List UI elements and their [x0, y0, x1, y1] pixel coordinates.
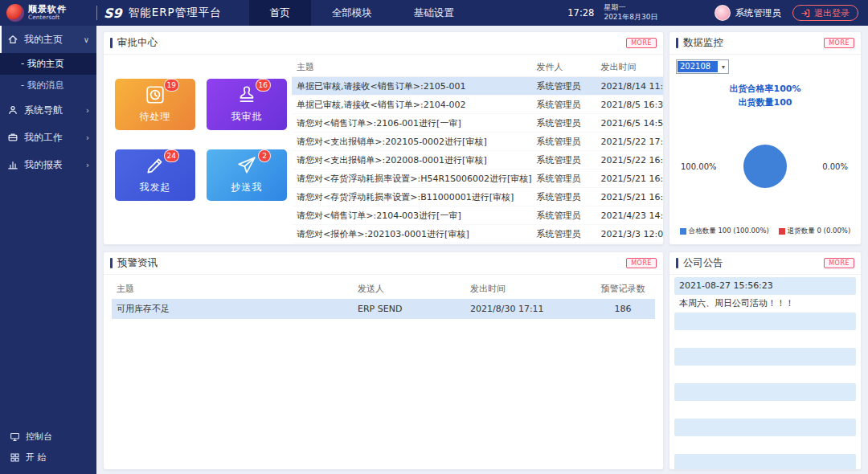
cell-time: 2021/8/30 17:11: [470, 304, 591, 314]
cell-subject: 请您对<销售订单>:2106-001进行[一审]: [292, 117, 537, 129]
nav-tab[interactable]: 全部模块: [311, 0, 393, 26]
cell-time: 2021/5/21 16:13: [601, 174, 664, 184]
more-button[interactable]: MORE: [626, 38, 657, 48]
legend-label: 退货数量 0 (0.00%): [788, 227, 850, 236]
cell-sender: 系统管理员: [537, 99, 601, 111]
tile-cc-to-me[interactable]: 2 抄送我: [207, 149, 287, 201]
nav-tab[interactable]: 基础设置: [393, 0, 475, 26]
date: 2021年8月30日: [604, 13, 657, 22]
tile-label: 我审批: [207, 110, 287, 124]
col-time: 发出时间: [601, 61, 664, 73]
cell-subject: 单据已审核,请接收<销售订单>:2104-002: [292, 99, 537, 111]
cell-sender: 系统管理员: [537, 136, 601, 148]
logout-button[interactable]: 退出登录: [792, 5, 858, 21]
user-avatar[interactable]: [714, 5, 731, 21]
nav-tab[interactable]: 首页: [249, 0, 311, 26]
table-row[interactable]: 可用库存不足 ERP SEND 2021/8/30 17:11 186: [112, 299, 655, 319]
cell-subject: 请您对<销售订单>:2104-003进行[一审]: [292, 210, 537, 222]
cell-time: 2021/8/5 16:38: [601, 100, 664, 110]
logo-subname: Centersoft: [28, 14, 67, 21]
announcement-row[interactable]: [674, 313, 856, 330]
cell-sender: ERP SEND: [358, 304, 470, 314]
col-sender: 发送人: [358, 283, 470, 295]
tile-pending[interactable]: 19 待处理: [115, 79, 195, 130]
product-badge: S9: [104, 6, 122, 21]
announcement-row[interactable]: [674, 454, 856, 470]
approval-tiles: 19 待处理 16 我审批: [104, 55, 287, 245]
period-value: 202108: [678, 61, 718, 72]
table-row[interactable]: 请您对<存货浮动耗损率设置>:B11000001进行[审核] 系统管理员 202…: [292, 188, 664, 206]
announcement-row[interactable]: [674, 348, 856, 366]
announcement-row[interactable]: [674, 330, 856, 348]
sidebar-item-label: 我的主页: [24, 33, 63, 47]
sidebar-subitem[interactable]: - 我的主页: [0, 53, 96, 75]
period-select[interactable]: 202108 ▾: [676, 59, 729, 74]
table-row[interactable]: 请您对<销售订单>:2106-001进行[一审] 系统管理员 2021/6/5 …: [292, 114, 664, 133]
stat-shipment-count: 出货数量100: [676, 96, 854, 109]
warning-table-header: 主题 发送人 发出时间 预警记录数: [112, 278, 655, 299]
cell-sender: 系统管理员: [537, 154, 601, 166]
divider: [96, 6, 97, 20]
tile-initiated-by-me[interactable]: 24 我发起: [115, 149, 195, 201]
user-icon: [7, 104, 18, 116]
chevron-right-icon: ›: [86, 133, 89, 142]
cell-time: 2021/5/22 16:39: [601, 155, 664, 165]
sidebar-bottom: 控制台 开 始: [0, 426, 96, 468]
sidebar-subitem[interactable]: - 我的消息: [0, 75, 96, 96]
sidebar-item-my-work[interactable]: 我的工作 ›: [0, 124, 96, 151]
sidebar-item-my-home[interactable]: 我的主页 ∨: [0, 26, 96, 53]
more-button[interactable]: MORE: [824, 38, 854, 48]
bar-chart-icon: [7, 159, 18, 170]
sidebar-submenu: - 我的主页 - 我的消息: [0, 53, 96, 96]
start-button[interactable]: 开 始: [0, 447, 96, 468]
console-button[interactable]: 控制台: [0, 426, 96, 447]
legend-pass: 合格数量 100 (100.00%): [680, 227, 769, 236]
sidebar-item-my-reports[interactable]: 我的报表 ›: [0, 151, 96, 178]
logout-label: 退出登录: [814, 7, 850, 19]
table-row[interactable]: 请您对<存货浮动耗损率设置>:H54R1S006002进行[审核] 系统管理员 …: [292, 170, 664, 188]
table-row[interactable]: 请您对<销售订单>:2104-003进行[一审] 系统管理员 2021/4/23…: [292, 206, 664, 225]
approval-center-panel: 审批中心 MORE 19 待处理: [103, 31, 664, 245]
announcement-row[interactable]: [674, 419, 856, 436]
table-row[interactable]: 请您对<支出报销单>:202105-0002进行[审核] 系统管理员 2021/…: [292, 133, 664, 151]
col-subject: 主题: [292, 61, 537, 73]
chart-legend: 合格数量 100 (100.00%) 退货数量 0 (0.00%): [676, 227, 854, 236]
clock-icon: [145, 84, 166, 105]
announcement-row[interactable]: [674, 401, 856, 419]
chevron-right-icon: ›: [86, 106, 89, 115]
tile-label: 待处理: [115, 110, 195, 124]
cell-subject: 请您对<支出报销单>:202008-0001进行[审核]: [292, 154, 537, 166]
sidebar-item-label: 我的工作: [24, 131, 63, 145]
announcement-row[interactable]: 本周六、周日公司活动！！！: [674, 295, 856, 313]
tile-label: 我发起: [115, 181, 195, 194]
announcements-panel: 公司公告 MORE 2021-08-27 15:56:23 本周六、周日公司活动…: [669, 251, 862, 470]
warning-table: 主题 发送人 发出时间 预警记录数 可用库存不足 ERP SEND 2021/8…: [112, 278, 655, 319]
table-row[interactable]: 单据已审核,请接收<销售订单>:2104-002 系统管理员 2021/8/5 …: [292, 96, 664, 114]
more-button[interactable]: MORE: [626, 258, 657, 268]
table-row[interactable]: 请您对<支出报销单>:202008-0001进行[审核] 系统管理员 2021/…: [292, 151, 664, 170]
weekday: 星期一: [604, 3, 657, 13]
table-row[interactable]: 单据已审核,请接收<销售订单>:2105-001 系统管理员 2021/8/14…: [292, 77, 664, 96]
badge-count: 19: [164, 79, 179, 92]
cell-sender: 系统管理员: [537, 191, 601, 203]
cell-time: 2021/5/22 17:41: [601, 137, 664, 147]
col-subject: 主题: [112, 283, 358, 295]
title-accent: [110, 38, 113, 48]
announcement-row[interactable]: [674, 436, 856, 454]
announcement-list: 2021-08-27 15:56:23 本周六、周日公司活动！！！: [669, 275, 861, 470]
console-label: 控制台: [26, 431, 52, 443]
panel-title: 审批中心: [117, 36, 158, 50]
donut-ring: [743, 145, 787, 188]
more-button[interactable]: MORE: [824, 258, 854, 268]
title-accent: [110, 258, 113, 268]
sidebar-item-system-nav[interactable]: 系统导航 ›: [0, 96, 96, 124]
announcement-row[interactable]: [674, 383, 856, 401]
announcement-row[interactable]: 2021-08-27 15:56:23: [674, 277, 856, 295]
table-row[interactable]: 请您对<报价单>:202103-0001进行[审核] 系统管理员 2021/3/…: [292, 225, 664, 243]
chevron-right-icon: ›: [86, 161, 89, 170]
announcement-row[interactable]: [674, 366, 856, 383]
main-nav: 首页 全部模块 基础设置: [249, 0, 475, 26]
top-bar: 顺景软件 Centersoft S9 智能ERP管理平台 首页 全部模块 基础设…: [0, 0, 868, 26]
tile-my-approvals[interactable]: 16 我审批: [207, 79, 287, 130]
cell-subject: 单据已审核,请接收<销售订单>:2105-001: [292, 80, 537, 92]
